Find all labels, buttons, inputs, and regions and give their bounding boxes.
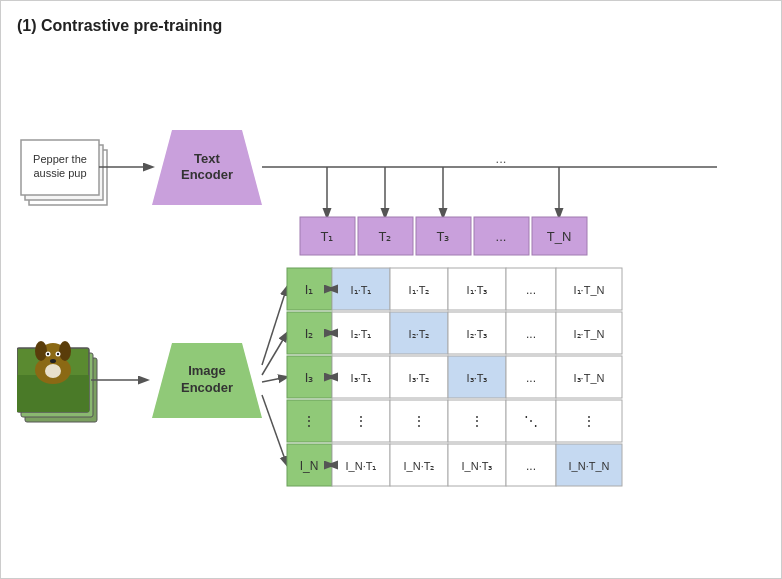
m42-text: I_N·T₃ [462,460,493,472]
m24-text: I₃·T_N [574,372,605,384]
title: (1) Contrastive pre-training [17,17,765,35]
m01-text: I₁·T₂ [409,284,430,296]
m34-text: ⋮ [582,413,596,429]
dog-pupil-left [47,353,49,355]
m12-text: I₂·T₃ [467,328,488,340]
tn-label: T_N [547,229,572,244]
text-card-line2: aussie pup [33,167,86,179]
i2-label: I₂ [305,326,314,341]
diagram-container: (1) Contrastive pre-training Pepper the … [0,0,782,579]
dog-pupil-right [57,353,59,355]
m23-text: ... [526,371,536,385]
m21-text: I₃·T₂ [409,372,430,384]
m32-text: ⋮ [470,413,484,429]
m02-text: I₁·T₃ [467,284,488,296]
i1-label: I₁ [305,282,314,297]
in-label: I_N [300,459,319,473]
idots-label: ⋮ [302,413,316,429]
enc-to-in [262,395,287,465]
m44-text: I_N·T_N [569,460,610,472]
image-encoder-label2: Encoder [181,380,233,395]
m00-text: I₁·T₁ [351,284,372,296]
t-dots-above: ... [496,151,507,166]
t2-label: T₂ [379,229,392,244]
text-card-line1: Pepper the [33,153,87,165]
i3-label: I₃ [305,370,314,385]
m13-text: ... [526,327,536,341]
dog-ear-left [35,341,47,361]
m11-text: I₂·T₂ [409,328,430,340]
m41-text: I_N·T₂ [404,460,435,472]
m30-text: ⋮ [354,413,368,429]
m40-text: I_N·T₁ [346,460,377,472]
m04-text: I₁·T_N [574,284,605,296]
m20-text: I₃·T₁ [351,372,372,384]
dog-ear-right [59,341,71,361]
m03-text: ... [526,283,536,297]
dog-nose [50,359,56,363]
m33-text: ⋱ [524,413,538,429]
image-encoder-label1: Image [188,363,226,378]
t1-label: T₁ [321,229,334,244]
dog-chest [45,364,61,378]
enc-to-i3 [262,377,287,382]
tdots-label: ... [496,229,507,244]
m22-text: I₃·T₃ [467,372,488,384]
m43-text: ... [526,459,536,473]
text-encoder-label: Text [194,151,220,166]
m14-text: I₂·T_N [574,328,605,340]
text-encoder-label2: Encoder [181,167,233,182]
m10-text: I₂·T₁ [351,328,372,340]
m31-text: ⋮ [412,413,426,429]
diagram-svg: Pepper the aussie pup Text Encoder ... T… [17,55,767,579]
t3-label: T₃ [437,229,450,244]
